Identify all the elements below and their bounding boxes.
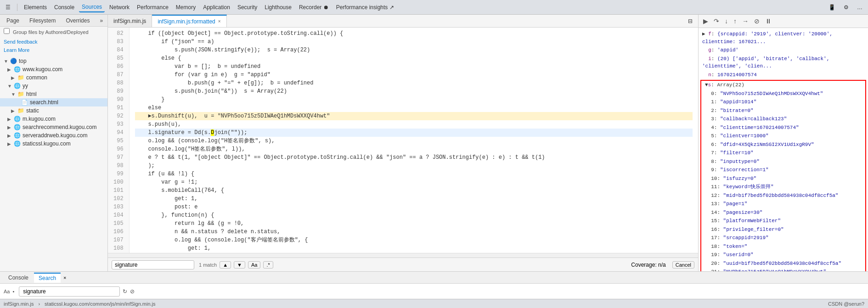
send-feedback-link[interactable]: Send feedback	[4, 38, 104, 46]
tab-perf-insights[interactable]: Performance insights ↗	[333, 3, 397, 12]
code-tab-infSign[interactable]: infSign.min.js	[108, 15, 152, 27]
group-files-checkbox[interactable]	[4, 28, 10, 34]
separator	[17, 4, 17, 11]
step-out-btn[interactable]: ↑	[732, 17, 738, 26]
search-refresh-btn[interactable]: ↻	[123, 288, 127, 295]
horizontal-scrollbar[interactable]	[108, 253, 698, 258]
bottom-tab-search[interactable]: Search	[34, 273, 61, 283]
code-tab-label-infSign: infSign.min.js	[113, 18, 146, 24]
status-file1: infSign.min.js	[4, 301, 34, 307]
tab-sources[interactable]: Sources	[79, 2, 105, 12]
tab-page[interactable]: Page	[2, 16, 24, 25]
group-files-label: Group files by Authored/Deployed	[13, 29, 89, 35]
tab-performance[interactable]: Performance	[134, 3, 171, 12]
tab-recorder[interactable]: Recorder ⏺	[296, 3, 332, 12]
debug-line-s7: 7: "filter=10"	[701, 149, 865, 157]
debug-line-f: ▶ f: {srcappid: '2919', clientver: '2000…	[699, 30, 868, 46]
debug-line-s10: 10: "isfuzzy=0"	[701, 174, 865, 183]
tree-item-searchrecommend[interactable]: ▶ 🌐 searchrecommend.kugou.com	[0, 123, 107, 131]
tree-item-static[interactable]: ▶ 📁 static	[0, 106, 107, 115]
find-cancel-btn[interactable]: Cancel	[672, 261, 694, 269]
bottom-tab-console[interactable]: Console	[4, 273, 33, 282]
tree-item-top[interactable]: ▼ 🔵 top	[0, 57, 107, 65]
resume-btn[interactable]: ▶	[701, 17, 710, 26]
tree-label-common: common	[26, 74, 47, 81]
tree-item-yy[interactable]: ▼ 🌐 yy	[0, 82, 107, 90]
tab-overrides[interactable]: Overrides	[61, 16, 94, 25]
debug-line-s11: 11: "keyword=快乐崇拜"	[701, 183, 865, 191]
toolbar-right: 📱 ⚙ …	[826, 3, 865, 12]
debug-line-g: g: 'appid'	[699, 46, 868, 55]
top-toolbar: ☰ Elements Console Sources Network Perfo…	[0, 0, 868, 15]
tree-label-html: html	[26, 91, 37, 97]
step-over-btn[interactable]: ↷	[712, 17, 721, 26]
debug-line-s21: 21: "NVPh5oo715z5DIWAeQ1hMDsWXXQV4hwt"	[701, 268, 865, 271]
find-count: 1 match	[199, 262, 217, 268]
debug-line-s17: 17: "srcappid=2919"	[701, 234, 865, 242]
tab-application[interactable]: Application	[200, 3, 233, 12]
debug-line-s13: 13: "page=1"	[701, 200, 865, 208]
pause-on-exceptions-btn[interactable]: ⏸	[763, 17, 773, 26]
tree-item-m[interactable]: ▶ 🌐 m.kugou.com	[0, 115, 107, 123]
debug-line-s9: 9: "iscorrection=1"	[701, 166, 865, 174]
dock-icon[interactable]: …	[854, 3, 865, 12]
debug-line-s15: 15: "platformWebFilter"	[701, 217, 865, 225]
find-case-btn[interactable]: Aa	[248, 261, 260, 269]
tab-network[interactable]: Network	[107, 3, 132, 12]
file-tree: ▼ 🔵 top ▶ 🌐 www.kugou.com ▶ 📁 common ▼ 🌐	[0, 56, 107, 271]
search-case-label: Aa	[4, 289, 10, 294]
settings-icon[interactable]: ⚙	[841, 3, 851, 12]
code-tab-close-btn[interactable]: ×	[218, 19, 221, 24]
deactivate-btn[interactable]: ⊘	[752, 17, 761, 26]
debug-line-s12: 12: "mid=b1f7bed5f02bbdd584938c04df8ccf5…	[701, 191, 865, 200]
debug-panel: ▶ ↷ ↓ ↑ → ⊘ ⏸ ▶ f: {srcappid: '2919', cl…	[698, 15, 868, 271]
tree-label-staticssl: staticssl.kugou.com	[23, 140, 71, 147]
learn-more-link[interactable]: Learn More	[4, 46, 104, 55]
code-collapse-btn[interactable]: ⊟	[685, 17, 695, 26]
search-input[interactable]	[19, 286, 120, 297]
debug-content: ▶ f: {srcappid: '2919', clientver: '2000…	[699, 28, 868, 271]
tree-item-serveraddrweb[interactable]: ▶ 🌐 serveraddrweb.kugou.com	[0, 131, 107, 140]
code-tab-actions: ⊟	[685, 17, 698, 26]
tab-elements[interactable]: Elements	[21, 3, 50, 12]
tree-item-common[interactable]: ▶ 📁 common	[0, 73, 107, 82]
debug-line-s19: 19: "userid=0"	[701, 251, 865, 259]
responsive-icon[interactable]: 📱	[826, 3, 838, 12]
code-content[interactable]: if ([object Object] == Object.prototype.…	[130, 28, 698, 253]
tree-item-search-html[interactable]: 📄 search.html	[0, 98, 107, 106]
tab-console[interactable]: Console	[51, 3, 77, 12]
find-next-btn[interactable]: ▼	[234, 261, 245, 269]
panel-toggle-btn[interactable]: ☰	[3, 3, 13, 12]
step-btn[interactable]: →	[740, 17, 750, 26]
code-area[interactable]: 8283848586878889909192939495969798991001…	[108, 28, 698, 253]
tab-memory[interactable]: Memory	[173, 3, 198, 12]
step-into-btn[interactable]: ↓	[723, 17, 730, 26]
tree-label-yy: yy	[23, 83, 28, 89]
debug-line-s6: 6: "dfid=4X5Qkz1NmSGI2XV1Ud1xgR9V"	[701, 140, 865, 149]
tree-label-m: m.kugou.com	[23, 116, 56, 122]
find-input[interactable]	[112, 260, 194, 269]
tree-item-www[interactable]: ▶ 🌐 www.kugou.com	[0, 65, 107, 73]
code-panel: infSign.min.js infSign.min.js:formatted …	[108, 15, 698, 271]
status-sep: ›	[38, 301, 40, 307]
tab-filesystem[interactable]: Filesystem	[25, 16, 60, 25]
search-cancel-btn[interactable]: ⊘	[130, 288, 135, 295]
debug-s-array-block: ▼s: Array(22) 0: "NVPh5oo715z5DIWAeQ1hMD…	[700, 80, 866, 271]
code-tab-formatted[interactable]: infSign.min.js:formatted ×	[152, 15, 226, 27]
tree-item-html[interactable]: ▼ 📁 html	[0, 90, 107, 98]
tab-security[interactable]: Security	[235, 3, 260, 12]
debug-line-s20: 20: "uuid=b1f7bed5f02bbdd584938c04df8ccf…	[701, 259, 865, 268]
tree-item-staticssl[interactable]: ▶ 🌐 staticssl.kugou.com	[0, 140, 107, 148]
search-dot-label: •	[12, 289, 14, 294]
debug-line-s3: 3: "callback=callback123"	[701, 115, 865, 123]
find-word-btn[interactable]: .*	[263, 261, 273, 269]
tab-more[interactable]: »	[95, 16, 107, 25]
line-numbers: 8283848586878889909192939495969798991001…	[108, 28, 130, 253]
code-tab-bar: infSign.min.js infSign.min.js:formatted …	[108, 15, 698, 28]
find-status: Coverage: n/a	[631, 262, 665, 268]
group-files-option: Group files by Authored/Deployed	[0, 27, 107, 36]
tab-lighthouse[interactable]: Lighthouse	[262, 3, 294, 12]
bottom-tab-close-btn[interactable]: ×	[63, 275, 66, 280]
find-prev-btn[interactable]: ▲	[220, 261, 231, 269]
tree-label-static: static	[26, 107, 39, 114]
